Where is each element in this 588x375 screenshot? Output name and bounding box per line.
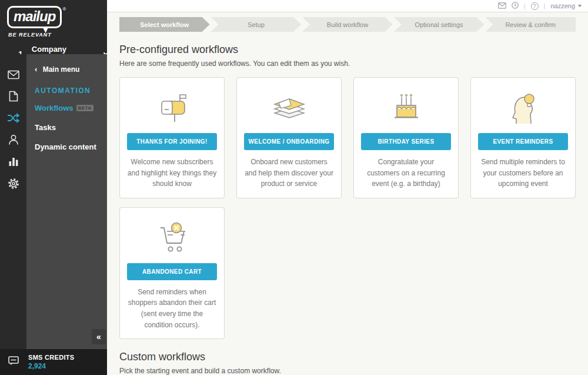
workflows-shuffle-icon [7,113,19,123]
abandoned-cart-icon [127,218,217,257]
back-label: Main menu [43,65,80,74]
sms-credits-panel[interactable]: SMS CREDITS 2,924 [0,349,107,375]
sidebar-header: mailup ® BE RELEVANT 1 Company Newslette… [0,0,107,54]
submenu: ‹ Main menu AUTOMATION WorkflowsBETA Tas… [26,54,107,349]
automation-section-label: AUTOMATION [26,76,107,98]
abandoned-cart-button[interactable]: ABANDONED CART [127,263,217,280]
mailbox-icon [127,88,217,127]
workflow-card-abandoned-cart[interactable]: ABANDONED CART Send reminders when shopp… [119,207,225,339]
card-description: Onboard new customers and help them disc… [244,157,334,190]
rail-item-content[interactable] [0,85,26,107]
content: Select workflow Setup Build workflow Opt… [107,12,588,375]
birthday-cake-icon [361,88,451,127]
rail-item-statistics[interactable] [0,151,26,172]
rail-item-settings[interactable] [0,172,26,194]
card-description: Send reminders when shoppers abandon the… [127,287,217,330]
sidebar-item-dynamic-content[interactable]: Dynamic content [26,137,107,157]
chevron-left-icon: ‹ [35,65,37,74]
custom-subtitle: Pick the starting event and build a cust… [119,367,576,375]
preconfigured-title: Pre-configured workflows [119,44,576,56]
back-to-main-menu[interactable]: ‹ Main menu [26,62,107,76]
sidebar-item-workflows[interactable]: WorkflowsBETA [26,98,107,118]
settings-gear-icon [8,178,19,190]
envelope-icon [8,70,19,79]
help-icon: ? [531,2,539,10]
topbar: | ? | nazzeng [107,0,588,12]
head-idea-icon [478,88,568,127]
event-reminders-button[interactable]: EVENT REMINDERS [478,133,568,150]
sidebar-item-tasks[interactable]: Tasks [26,118,107,137]
rail-item-automation[interactable] [0,107,26,129]
step-build-workflow[interactable]: Build workflow [302,17,393,32]
card-description: Send multiple reminders to your customer… [478,157,568,190]
beta-badge: BETA [76,105,93,111]
topbar-divider: | [544,2,546,9]
workflows-label: Workflows [35,104,74,112]
step-select-workflow[interactable]: Select workflow [119,17,210,32]
rail-item-contacts[interactable] [0,129,26,151]
sidebar: mailup ® BE RELEVANT 1 Company Newslette… [0,0,107,375]
step-optional-settings[interactable]: Optional settings [394,17,485,32]
rail-item-messages[interactable] [0,64,26,85]
card-description: Congratulate your customers on a recurri… [361,157,451,190]
workflow-stepper: Select workflow Setup Build workflow Opt… [119,17,576,32]
preconfigured-card-grid: THANKS FOR JOINING! Welcome new subscrib… [119,77,576,198]
sidebar-collapse-button[interactable]: « [92,329,106,344]
sms-bubble-icon [8,356,19,368]
help-button[interactable]: ? [531,2,539,10]
sms-credits-label: SMS CREDITS [28,354,74,361]
layers-icon [244,88,334,127]
workflow-card-thanks-for-joining[interactable]: THANKS FOR JOINING! Welcome new subscrib… [119,77,225,198]
registered-mark: ® [62,6,66,12]
logo-text: mailup [14,8,55,24]
step-setup[interactable]: Setup [211,17,302,32]
card-description: Welcome new subscribers and highlight ke… [127,157,217,190]
preconfigured-card-grid-row2: ABANDONED CART Send reminders when shopp… [119,207,576,339]
username: nazzeng [550,2,575,9]
topbar-divider: | [524,2,526,9]
step-review-confirm[interactable]: Review & confirm [485,17,576,32]
welcome-onboarding-button[interactable]: WELCOME / ONBOARDING [244,133,334,150]
custom-title: Custom workflows [119,351,576,363]
statistics-chart-icon [8,157,19,167]
messages-button[interactable] [498,1,506,11]
sms-credits-value: 2,924 [28,362,74,370]
clock-icon [512,1,519,11]
contacts-person-icon [8,134,19,145]
thanks-for-joining-button[interactable]: THANKS FOR JOINING! [127,133,217,150]
history-button[interactable] [512,1,519,11]
icon-rail [0,54,26,349]
envelope-icon [498,1,506,11]
workflow-card-birthday-series[interactable]: BIRTHDAY SERIES Congratulate your custom… [353,77,459,198]
dynamic-content-label: Dynamic content [35,142,96,151]
mailup-logo[interactable]: mailup ® BE RELEVANT [7,6,78,38]
workflow-card-welcome-onboarding[interactable]: WELCOME / ONBOARDING Onboard new custome… [236,77,342,198]
user-menu[interactable]: nazzeng [550,2,581,9]
preconfigured-subtitle: Here are some frequently used workflows.… [119,59,576,68]
chevron-down-icon [578,4,582,7]
workflow-card-event-reminders[interactable]: EVENT REMINDERS Send multiple reminders … [470,77,576,198]
birthday-series-button[interactable]: BIRTHDAY SERIES [361,133,451,150]
logo-bubble: mailup ® [7,6,62,28]
tasks-label: Tasks [35,123,56,132]
document-icon [9,91,18,102]
main-area: | ? | nazzeng Select workflow Setup Buil… [107,0,588,375]
